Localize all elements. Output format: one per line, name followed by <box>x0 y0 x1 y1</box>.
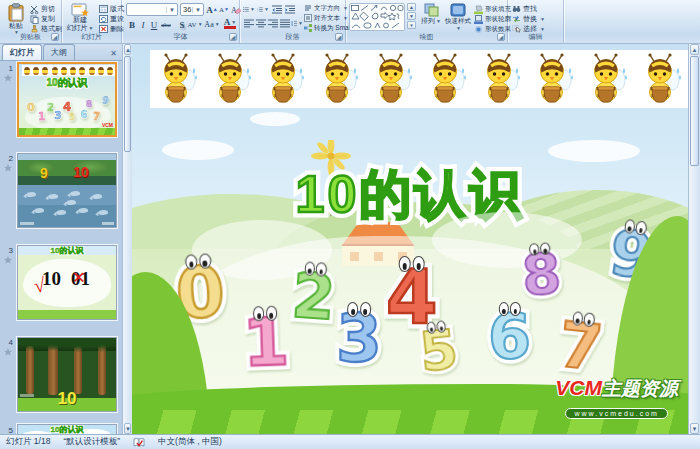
tab-slides[interactable]: 幻灯片 <box>2 44 42 60</box>
change-case-button[interactable]: Aa▼ <box>206 18 218 31</box>
grow-font-button[interactable]: A▲ <box>206 3 218 16</box>
cartoon-number-0: 00 <box>26 101 35 113</box>
copy-icon <box>30 15 39 24</box>
cartoon-number-2: 22 <box>290 265 337 330</box>
cartoon-number-6: 66 <box>488 306 531 368</box>
number-eyes <box>426 320 447 334</box>
strikethrough-button[interactable]: abc <box>160 18 172 31</box>
replace-label: 替换 <box>523 14 537 24</box>
scroll-down-arrow[interactable]: ▼ <box>690 423 699 434</box>
vcm-watermark: VCM主题资源 www.vcmedu.com <box>555 376 678 420</box>
slide-1-thumbnail[interactable]: 10的认识 10的认识 00112233445566778899 VCM <box>17 62 117 137</box>
gallery-down-arrow[interactable]: ▼ <box>407 12 416 20</box>
drawing-dialog-launcher[interactable]: ◢ <box>497 33 505 41</box>
find-button[interactable]: 查找 <box>512 4 537 14</box>
panel-scrollbar-thumb[interactable] <box>124 56 131 152</box>
font-color-button[interactable]: A▼ <box>224 18 236 29</box>
number-eyes <box>572 311 596 327</box>
ribbon-group-font: ▼ 36▼ A▲ A▼ A B I U abc S AV▼ Aa▼ A▼ 字体 … <box>122 0 240 43</box>
slide-editor-canvas[interactable]: 10的认识 10的认识 00112233445566778899 VCM主题资源… <box>132 44 688 434</box>
bullets-button[interactable]: ▼ <box>243 3 255 16</box>
font-dialog-launcher[interactable]: ◢ <box>229 33 237 41</box>
align-text-label: 对齐文本 <box>314 14 340 23</box>
find-label: 查找 <box>523 4 537 14</box>
find-icon <box>512 5 521 13</box>
increase-indent-button[interactable] <box>284 3 296 16</box>
justify-button[interactable] <box>279 17 291 30</box>
cut-label: 剪切 <box>41 4 55 14</box>
copy-button[interactable]: 复制 <box>30 14 55 24</box>
paste-icon <box>8 3 24 22</box>
paragraph-dialog-launcher[interactable]: ◢ <box>335 33 343 41</box>
clipboard-dialog-launcher[interactable]: ◢ <box>51 33 59 41</box>
reset-icon <box>99 15 108 23</box>
fish-icon <box>26 191 37 198</box>
slide-5-number: 5 <box>1 426 13 434</box>
panel-close-icon[interactable]: ✕ <box>107 49 120 60</box>
fish-icon <box>34 207 45 214</box>
thumbnail-panel-scrollbar[interactable]: ▲ ▼ <box>122 44 132 434</box>
status-bar: 幻灯片 1/18 “默认设计模板” 中文(简体 , 中国) <box>0 434 700 449</box>
quick-styles-button[interactable]: 快速样式▼ <box>444 2 472 33</box>
line-spacing-button[interactable]: ▼ <box>291 17 303 30</box>
gallery-more-arrow[interactable]: ▾ <box>407 21 416 29</box>
slide-3-thumbnail-scene: 10的认识 10的认识 10 √ 01 × <box>18 246 116 319</box>
replace-button[interactable]: 替换▼ <box>512 14 545 24</box>
slide-3-thumbnail[interactable]: 10的认识 10的认识 10 √ 01 × <box>17 245 117 320</box>
thumb3-title: 10的认识 10的认识 <box>51 247 84 255</box>
watermark-url: www.vcmedu.com <box>565 408 667 419</box>
slide-1-number: 1 <box>1 64 13 73</box>
arrange-button[interactable]: 排列▼ <box>419 2 443 26</box>
shapes-gallery-scroll[interactable]: ▲ ▼ ▾ <box>407 3 416 29</box>
shapes-gallery[interactable] <box>349 3 405 31</box>
new-slide-button[interactable]: 新建 幻灯片▼ <box>65 2 95 33</box>
gallery-up-arrow[interactable]: ▲ <box>407 3 416 11</box>
panel-tabs: 幻灯片 大纲 ✕ <box>0 44 122 61</box>
powerpoint-window: 粘贴 ▼ 剪切 复制 格式刷 剪贴板 <box>0 0 700 449</box>
drawing-group-label: 绘图 <box>346 32 507 42</box>
text-direction-button[interactable]: 文字方向▼ <box>304 3 348 13</box>
status-language: 中文(简体 , 中国) <box>158 436 222 448</box>
decrease-indent-button[interactable] <box>271 3 283 16</box>
character-spacing-button[interactable]: AV▼ <box>189 18 201 31</box>
shrink-font-button[interactable]: A▼ <box>218 3 230 16</box>
thumb3-right-number: 10 √ <box>42 268 61 290</box>
thumb3-cross-mark: × <box>72 264 86 291</box>
tab-outline[interactable]: 大纲 <box>43 44 75 60</box>
align-text-button[interactable]: 对齐文本▼ <box>304 13 348 23</box>
scroll-up-arrow[interactable]: ▲ <box>690 44 699 55</box>
panel-scroll-up-arrow[interactable]: ▲ <box>124 44 131 55</box>
paragraph-group-label: 段落 <box>240 32 345 42</box>
spellcheck-icon[interactable] <box>133 437 145 448</box>
align-left-button[interactable] <box>243 17 255 30</box>
reset-button[interactable]: 重设 <box>99 14 124 24</box>
slides-group-label: 幻灯片 <box>62 32 121 42</box>
font-name-combo[interactable]: ▼ <box>126 3 178 16</box>
slide-4-thumbnail[interactable]: 10 <box>17 337 117 412</box>
slide-2-thumbnail[interactable]: 9 10 <box>17 153 117 228</box>
copy-label: 复制 <box>41 14 55 24</box>
scrollbar-thumb[interactable] <box>690 56 699 166</box>
slide-area-scrollbar[interactable]: ▲ ▼ <box>688 44 700 434</box>
fish-icon <box>78 207 89 214</box>
text-shadow-button[interactable]: S <box>176 18 188 31</box>
align-center-button[interactable] <box>255 17 267 30</box>
align-right-button[interactable] <box>267 17 279 30</box>
thumb4-watermark-left <box>20 394 34 397</box>
fish-icon <box>70 190 81 197</box>
underline-button[interactable]: U <box>148 18 160 31</box>
ribbon-group-editing: 查找 替换▼ 选择▼ 编辑 <box>508 0 564 43</box>
cartoon-number-1: 11 <box>242 309 290 377</box>
panel-scroll-down-arrow[interactable]: ▼ <box>124 423 131 434</box>
slide-5-thumbnail[interactable]: 10的认识 10的认识 <box>17 424 117 434</box>
cut-button[interactable]: 剪切 <box>30 4 55 14</box>
font-size-value: 36 <box>183 5 191 14</box>
arrange-icon <box>424 3 439 17</box>
text-direction-label: 文字方向 <box>314 4 340 13</box>
cartoon-number-7: 77 <box>556 314 605 380</box>
cartoon-number-8: 88 <box>520 245 563 304</box>
thumb3-wrong-number: 01 × <box>71 268 90 290</box>
numbering-button[interactable]: 123 ▼ <box>257 3 269 16</box>
font-size-combo[interactable]: 36▼ <box>180 3 204 16</box>
watermark-name: 主题资源 <box>602 378 678 399</box>
